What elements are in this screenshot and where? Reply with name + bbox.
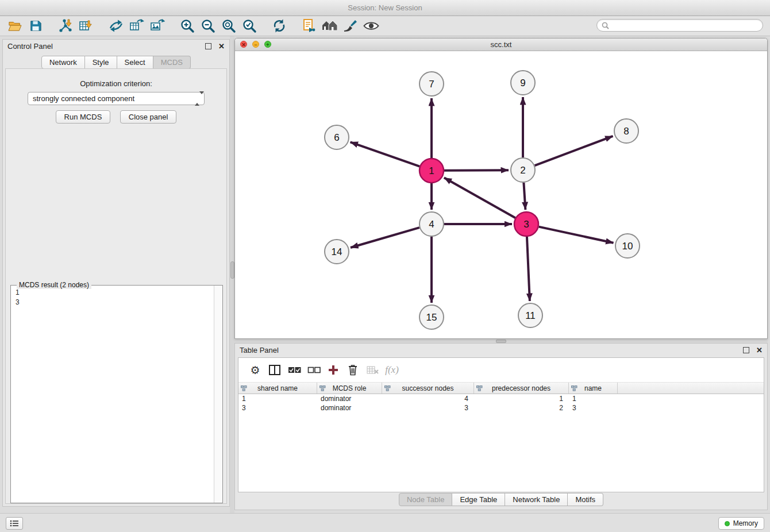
tab-select[interactable]: Select [117, 56, 153, 69]
column-header-shared-name[interactable]: shared name [238, 383, 317, 394]
graph-node-11[interactable]: 11 [518, 303, 542, 327]
function-builder-button[interactable]: f(x) [382, 361, 402, 379]
cell-shared-name: 1 [238, 395, 317, 403]
export-network-button[interactable] [106, 17, 126, 34]
result-scrollbar[interactable] [214, 286, 222, 503]
column-header-name[interactable]: name [569, 383, 618, 394]
show-hide-button[interactable] [361, 17, 382, 34]
export-table-button[interactable] [126, 17, 147, 34]
control-panel: Control Panel ✕ NetworkStyleSelectMCDS O… [2, 39, 230, 507]
graph-node-10[interactable]: 10 [615, 234, 640, 258]
import-table-button[interactable] [76, 17, 97, 34]
zoom-selected-button[interactable] [239, 17, 260, 34]
horizontal-splitter[interactable] [234, 339, 768, 343]
node-label: 15 [426, 312, 437, 323]
deselect-all-button[interactable] [304, 361, 324, 379]
unchecked-boxes-icon [307, 367, 321, 373]
edge-3-11[interactable] [527, 237, 530, 301]
graph-node-7[interactable]: 7 [419, 72, 444, 96]
window-minimize-icon[interactable]: − [252, 41, 259, 48]
run-mcds-button[interactable]: Run MCDS [56, 110, 111, 124]
zoom-fit-button[interactable] [218, 17, 239, 34]
tab-network-table[interactable]: Network Table [505, 493, 568, 506]
close-panel-icon[interactable]: ✕ [756, 346, 763, 354]
graph-node-4[interactable]: 4 [419, 212, 444, 236]
zoom-in-button[interactable] [177, 17, 198, 34]
window-zoom-icon[interactable]: + [264, 41, 271, 48]
tab-motifs[interactable]: Motifs [568, 493, 603, 506]
cell-predecessor-nodes: 1 [474, 395, 569, 403]
memory-button[interactable]: Memory [718, 517, 764, 530]
network-canvas[interactable]: 7968124314101511 [235, 51, 767, 338]
node-table-body: ⚙ f(x) shared nameMCDS rolesuccessor nod… [238, 357, 764, 492]
search-input[interactable] [609, 21, 755, 30]
show-columns-button[interactable] [265, 361, 284, 379]
graph-node-9[interactable]: 9 [511, 71, 535, 95]
table-row[interactable]: 3dominator323 [238, 403, 764, 413]
import-network-button[interactable] [55, 17, 76, 34]
mcds-result-list[interactable]: 13 [11, 288, 213, 503]
tab-node-table[interactable]: Node Table [399, 493, 453, 506]
window-close-icon[interactable]: ✕ [240, 41, 247, 48]
float-panel-icon[interactable] [205, 43, 211, 49]
table-row[interactable]: 1dominator411 [238, 394, 764, 403]
graph-node-15[interactable]: 15 [419, 305, 444, 329]
graph-node-8[interactable]: 8 [614, 119, 638, 143]
share-document-button[interactable] [299, 17, 319, 34]
create-column-button[interactable] [324, 361, 343, 379]
mcds-result-line: 3 [11, 298, 213, 307]
optimization-criterion-label: Optimization criterion: [6, 79, 226, 88]
splitter-grip[interactable] [230, 261, 234, 279]
graph-node-2[interactable]: 2 [511, 158, 535, 182]
edge-3-10[interactable] [539, 227, 614, 243]
select-all-button[interactable] [284, 361, 304, 379]
edge-1-2[interactable] [444, 170, 509, 171]
graph-node-6[interactable]: 6 [325, 125, 349, 149]
node-label: 9 [520, 78, 525, 88]
tab-style[interactable]: Style [85, 56, 117, 69]
sort-icon [241, 385, 247, 393]
task-history-button[interactable] [6, 517, 23, 530]
criterion-select[interactable]: strongly connected component [28, 92, 205, 105]
home-button[interactable] [319, 17, 340, 34]
criterion-selected-value: strongly connected component [33, 94, 134, 103]
network-window-titlebar[interactable]: ✕ − + scc.txt [235, 38, 767, 51]
export-image-icon [150, 18, 165, 33]
plus-icon [328, 365, 338, 375]
float-panel-icon[interactable] [743, 347, 749, 353]
close-panel-icon[interactable]: ✕ [218, 43, 225, 50]
tab-mcds[interactable]: MCDS [153, 56, 191, 69]
edge-4-14[interactable] [351, 228, 419, 248]
mcds-result-box: MCDS result (2 nodes) 13 [10, 285, 223, 503]
search-icon [602, 22, 609, 29]
open-folder-icon [7, 20, 22, 32]
save-session-button[interactable] [25, 17, 46, 34]
delete-table-button[interactable] [363, 361, 382, 379]
close-panel-button[interactable]: Close panel [120, 110, 177, 124]
vertical-splitter[interactable] [230, 36, 234, 513]
graph-node-1[interactable]: 1 [419, 159, 444, 183]
column-header-successor-nodes[interactable]: successor nodes [382, 383, 474, 394]
edge-3-1[interactable] [444, 178, 515, 218]
cell-predecessor-nodes: 2 [474, 404, 569, 412]
export-image-button[interactable] [147, 17, 168, 34]
delete-table-icon [367, 366, 379, 374]
node-label: 10 [622, 241, 633, 252]
zoom-out-button[interactable] [198, 17, 218, 34]
tab-network[interactable]: Network [41, 56, 85, 69]
column-header-mcds-role[interactable]: MCDS role [317, 383, 382, 394]
search-box[interactable] [596, 19, 763, 32]
edge-2-3[interactable] [523, 183, 525, 210]
table-settings-button[interactable]: ⚙ [245, 361, 265, 379]
column-header-predecessor-nodes[interactable]: predecessor nodes [474, 383, 569, 394]
delete-column-button[interactable] [343, 361, 363, 379]
tab-edge-table[interactable]: Edge Table [452, 493, 505, 506]
graph-node-3[interactable]: 3 [514, 212, 538, 236]
table-panel: Table Panel ✕ ⚙ f(x) [234, 343, 768, 510]
paint-style-button[interactable] [340, 17, 361, 34]
edge-2-8[interactable] [535, 136, 613, 165]
refresh-view-button[interactable] [269, 17, 290, 34]
graph-node-14[interactable]: 14 [325, 240, 349, 264]
open-file-button[interactable] [5, 17, 25, 34]
edge-1-6[interactable] [351, 142, 420, 166]
